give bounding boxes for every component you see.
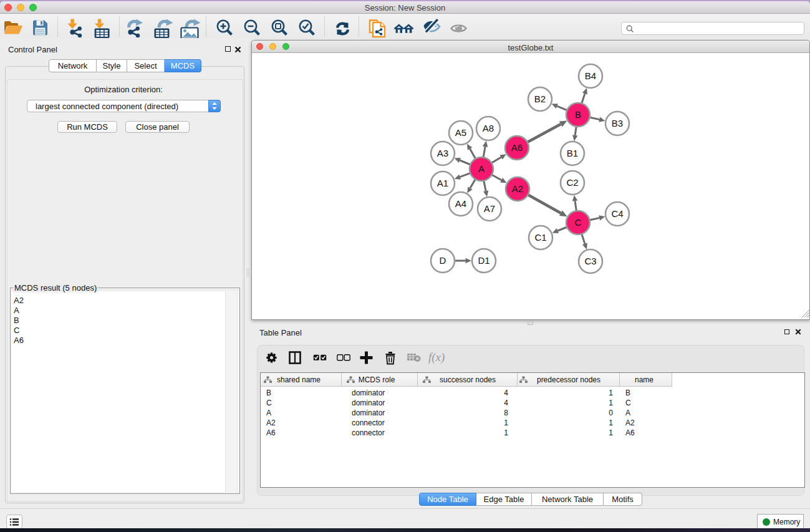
- svg-text:C: C: [575, 217, 582, 228]
- svg-text:A6: A6: [511, 142, 523, 153]
- svg-text:C1: C1: [534, 232, 546, 243]
- svg-text:D1: D1: [478, 255, 489, 266]
- svg-text:D: D: [440, 255, 446, 266]
- svg-text:B: B: [575, 109, 581, 120]
- svg-text:A: A: [478, 163, 485, 174]
- svg-text:A3: A3: [437, 148, 448, 158]
- svg-text:C3: C3: [584, 256, 596, 266]
- svg-text:A8: A8: [483, 123, 494, 133]
- svg-text:B3: B3: [612, 118, 623, 128]
- svg-text:B4: B4: [585, 70, 596, 81]
- svg-text:B2: B2: [534, 94, 546, 104]
- svg-text:A2: A2: [512, 183, 523, 194]
- svg-text:C4: C4: [611, 208, 623, 219]
- svg-text:A4: A4: [455, 198, 466, 209]
- svg-text:A5: A5: [455, 127, 466, 138]
- svg-text:C2: C2: [566, 177, 578, 188]
- svg-text:B1: B1: [567, 148, 578, 158]
- svg-text:A7: A7: [484, 203, 495, 214]
- svg-text:A1: A1: [437, 178, 448, 188]
